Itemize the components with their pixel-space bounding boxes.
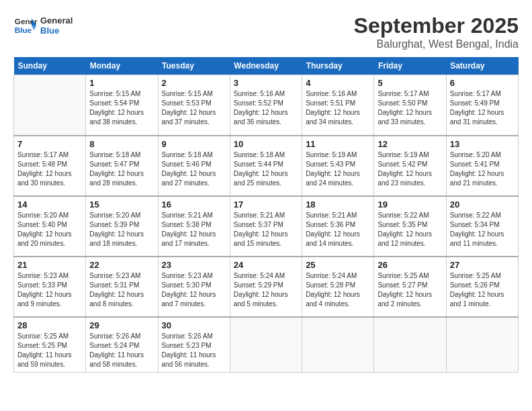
calendar-cell: 14Sunrise: 5:20 AM Sunset: 5:40 PM Dayli… bbox=[14, 196, 86, 257]
day-number: 2 bbox=[162, 78, 226, 88]
day-info: Sunrise: 5:19 AM Sunset: 5:43 PM Dayligh… bbox=[306, 150, 370, 188]
day-info: Sunrise: 5:23 AM Sunset: 5:33 PM Dayligh… bbox=[17, 271, 82, 309]
day-number: 12 bbox=[378, 139, 442, 149]
day-info: Sunrise: 5:20 AM Sunset: 5:40 PM Dayligh… bbox=[17, 211, 82, 248]
svg-text:Blue: Blue bbox=[15, 26, 32, 34]
calendar-header-thursday: Thursday bbox=[302, 57, 374, 75]
calendar-header-saturday: Saturday bbox=[446, 57, 518, 75]
calendar-header-monday: Monday bbox=[86, 57, 158, 75]
day-number: 23 bbox=[162, 260, 226, 270]
day-number: 29 bbox=[89, 320, 154, 330]
day-info: Sunrise: 5:26 AM Sunset: 5:24 PM Dayligh… bbox=[89, 332, 154, 369]
day-info: Sunrise: 5:26 AM Sunset: 5:23 PM Dayligh… bbox=[162, 332, 226, 369]
day-number: 25 bbox=[306, 260, 370, 270]
day-number: 5 bbox=[378, 78, 442, 88]
calendar-cell: 26Sunrise: 5:25 AM Sunset: 5:27 PM Dayli… bbox=[374, 257, 446, 317]
calendar-cell: 25Sunrise: 5:24 AM Sunset: 5:28 PM Dayli… bbox=[302, 257, 374, 317]
calendar-header-sunday: Sunday bbox=[14, 57, 86, 75]
day-number: 10 bbox=[234, 139, 298, 149]
day-info: Sunrise: 5:21 AM Sunset: 5:38 PM Dayligh… bbox=[162, 211, 226, 248]
day-info: Sunrise: 5:18 AM Sunset: 5:46 PM Dayligh… bbox=[162, 150, 226, 188]
day-number: 27 bbox=[450, 260, 515, 270]
day-number: 9 bbox=[162, 139, 226, 149]
day-info: Sunrise: 5:18 AM Sunset: 5:47 PM Dayligh… bbox=[89, 150, 154, 188]
calendar-cell bbox=[302, 317, 374, 373]
calendar-cell: 12Sunrise: 5:19 AM Sunset: 5:42 PM Dayli… bbox=[374, 136, 446, 196]
day-number: 4 bbox=[306, 78, 370, 88]
day-number: 30 bbox=[162, 320, 226, 330]
calendar-header-wednesday: Wednesday bbox=[230, 57, 302, 75]
subtitle: Balurghat, West Bengal, India bbox=[354, 38, 519, 50]
day-info: Sunrise: 5:18 AM Sunset: 5:44 PM Dayligh… bbox=[234, 150, 298, 188]
calendar-cell: 20Sunrise: 5:22 AM Sunset: 5:34 PM Dayli… bbox=[446, 196, 518, 257]
day-info: Sunrise: 5:22 AM Sunset: 5:34 PM Dayligh… bbox=[450, 211, 515, 248]
day-info: Sunrise: 5:23 AM Sunset: 5:31 PM Dayligh… bbox=[89, 271, 154, 309]
calendar-week-4: 21Sunrise: 5:23 AM Sunset: 5:33 PM Dayli… bbox=[14, 257, 519, 317]
day-number: 19 bbox=[378, 199, 442, 210]
calendar-cell: 24Sunrise: 5:24 AM Sunset: 5:29 PM Dayli… bbox=[230, 257, 302, 317]
logo: General Blue General Blue bbox=[13, 13, 73, 38]
day-info: Sunrise: 5:23 AM Sunset: 5:30 PM Dayligh… bbox=[162, 271, 226, 309]
calendar-header-row: SundayMondayTuesdayWednesdayThursdayFrid… bbox=[14, 57, 519, 75]
day-info: Sunrise: 5:16 AM Sunset: 5:52 PM Dayligh… bbox=[234, 89, 298, 127]
calendar-cell: 2Sunrise: 5:15 AM Sunset: 5:53 PM Daylig… bbox=[158, 75, 230, 136]
day-number: 11 bbox=[306, 139, 370, 149]
calendar-cell: 19Sunrise: 5:22 AM Sunset: 5:35 PM Dayli… bbox=[374, 196, 446, 257]
calendar-cell: 17Sunrise: 5:21 AM Sunset: 5:37 PM Dayli… bbox=[230, 196, 302, 257]
day-number: 8 bbox=[89, 139, 154, 149]
day-number: 15 bbox=[89, 199, 154, 210]
calendar-cell: 15Sunrise: 5:20 AM Sunset: 5:39 PM Dayli… bbox=[86, 196, 158, 257]
day-number: 16 bbox=[162, 199, 226, 210]
day-number: 24 bbox=[234, 260, 298, 270]
logo-blue: Blue bbox=[40, 26, 73, 36]
calendar-cell: 18Sunrise: 5:21 AM Sunset: 5:36 PM Dayli… bbox=[302, 196, 374, 257]
calendar-cell: 16Sunrise: 5:21 AM Sunset: 5:38 PM Dayli… bbox=[158, 196, 230, 257]
calendar-cell: 8Sunrise: 5:18 AM Sunset: 5:47 PM Daylig… bbox=[86, 136, 158, 196]
calendar-cell: 1Sunrise: 5:15 AM Sunset: 5:54 PM Daylig… bbox=[86, 75, 158, 136]
day-number: 3 bbox=[234, 78, 298, 88]
calendar-week-2: 7Sunrise: 5:17 AM Sunset: 5:48 PM Daylig… bbox=[14, 136, 519, 196]
day-info: Sunrise: 5:24 AM Sunset: 5:29 PM Dayligh… bbox=[234, 271, 298, 309]
day-number: 28 bbox=[17, 320, 82, 330]
calendar-cell bbox=[446, 317, 518, 373]
day-info: Sunrise: 5:25 AM Sunset: 5:26 PM Dayligh… bbox=[450, 271, 515, 309]
svg-marker-3 bbox=[32, 26, 36, 30]
calendar-cell: 4Sunrise: 5:16 AM Sunset: 5:51 PM Daylig… bbox=[302, 75, 374, 136]
calendar-cell: 30Sunrise: 5:26 AM Sunset: 5:23 PM Dayli… bbox=[158, 317, 230, 373]
day-number: 13 bbox=[450, 139, 515, 149]
calendar-cell: 21Sunrise: 5:23 AM Sunset: 5:33 PM Dayli… bbox=[14, 257, 86, 317]
calendar-cell: 3Sunrise: 5:16 AM Sunset: 5:52 PM Daylig… bbox=[230, 75, 302, 136]
day-number: 14 bbox=[17, 199, 82, 210]
calendar-cell: 9Sunrise: 5:18 AM Sunset: 5:46 PM Daylig… bbox=[158, 136, 230, 196]
day-number: 7 bbox=[17, 139, 82, 149]
day-info: Sunrise: 5:20 AM Sunset: 5:41 PM Dayligh… bbox=[450, 150, 515, 188]
calendar-cell bbox=[230, 317, 302, 373]
day-info: Sunrise: 5:25 AM Sunset: 5:25 PM Dayligh… bbox=[17, 332, 82, 369]
calendar-header-friday: Friday bbox=[374, 57, 446, 75]
calendar-cell: 6Sunrise: 5:17 AM Sunset: 5:49 PM Daylig… bbox=[446, 75, 518, 136]
calendar-cell: 22Sunrise: 5:23 AM Sunset: 5:31 PM Dayli… bbox=[86, 257, 158, 317]
calendar-cell: 23Sunrise: 5:23 AM Sunset: 5:30 PM Dayli… bbox=[158, 257, 230, 317]
calendar-cell: 11Sunrise: 5:19 AM Sunset: 5:43 PM Dayli… bbox=[302, 136, 374, 196]
title-block: September 2025 Balurghat, West Bengal, I… bbox=[354, 13, 519, 50]
day-number: 17 bbox=[234, 199, 298, 210]
calendar-cell: 10Sunrise: 5:18 AM Sunset: 5:44 PM Dayli… bbox=[230, 136, 302, 196]
calendar: SundayMondayTuesdayWednesdayThursdayFrid… bbox=[13, 57, 519, 373]
day-number: 6 bbox=[450, 78, 515, 88]
calendar-cell bbox=[374, 317, 446, 373]
day-number: 18 bbox=[306, 199, 370, 210]
day-number: 20 bbox=[450, 199, 515, 210]
day-info: Sunrise: 5:19 AM Sunset: 5:42 PM Dayligh… bbox=[378, 150, 442, 188]
day-info: Sunrise: 5:20 AM Sunset: 5:39 PM Dayligh… bbox=[89, 211, 154, 248]
day-info: Sunrise: 5:25 AM Sunset: 5:27 PM Dayligh… bbox=[378, 271, 442, 309]
calendar-header-tuesday: Tuesday bbox=[158, 57, 230, 75]
calendar-week-5: 28Sunrise: 5:25 AM Sunset: 5:25 PM Dayli… bbox=[14, 317, 519, 373]
day-info: Sunrise: 5:22 AM Sunset: 5:35 PM Dayligh… bbox=[378, 211, 442, 248]
day-info: Sunrise: 5:16 AM Sunset: 5:51 PM Dayligh… bbox=[306, 89, 370, 127]
day-number: 1 bbox=[89, 78, 154, 88]
day-info: Sunrise: 5:15 AM Sunset: 5:54 PM Dayligh… bbox=[89, 89, 154, 127]
day-info: Sunrise: 5:21 AM Sunset: 5:37 PM Dayligh… bbox=[234, 211, 298, 248]
day-info: Sunrise: 5:17 AM Sunset: 5:49 PM Dayligh… bbox=[450, 89, 515, 127]
header: General Blue General Blue September 2025… bbox=[13, 13, 519, 50]
day-info: Sunrise: 5:21 AM Sunset: 5:36 PM Dayligh… bbox=[306, 211, 370, 248]
